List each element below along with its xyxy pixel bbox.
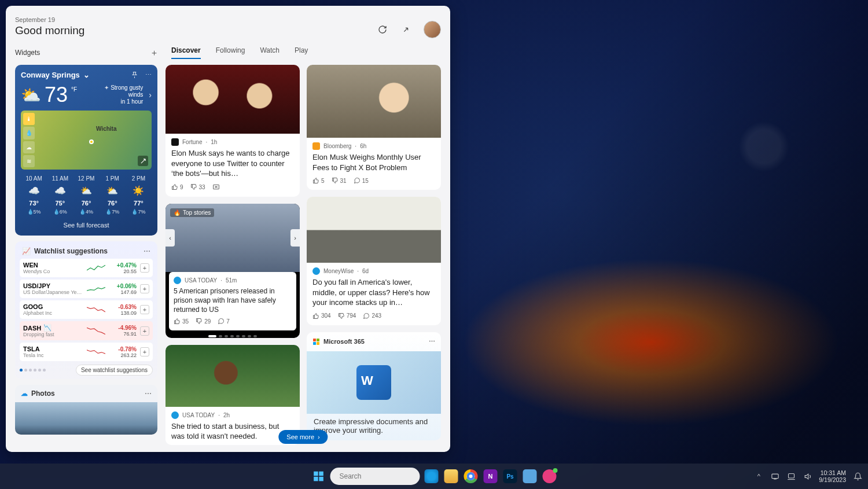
taskbar-chrome[interactable] xyxy=(463,468,479,484)
map-layer-temp-icon[interactable]: 🌡 xyxy=(23,113,35,125)
news-image xyxy=(165,345,300,407)
map-expand-icon[interactable] xyxy=(138,156,148,166)
forecast-hour[interactable]: 11 AM☁️75°💧6% xyxy=(47,175,73,215)
weather-location[interactable]: Conway Springs ⌄ xyxy=(21,71,90,79)
taskbar-photoshop[interactable]: Ps xyxy=(502,468,518,484)
feed-tabs: Discover Following Watch Play xyxy=(171,46,308,59)
stock-row[interactable]: WENWendys Co +0.47%20.55 + xyxy=(20,259,153,277)
dislike-button[interactable]: 31 xyxy=(332,177,347,184)
user-avatar[interactable] xyxy=(424,21,441,38)
m365-card[interactable]: Microsoft 365 ⋯ Create impressive docume… xyxy=(307,332,441,440)
watchlist-title: Watchlist suggestions xyxy=(34,247,108,255)
stock-row[interactable]: DASH 📉Dropping fast -4.96%76.91 + xyxy=(20,321,153,340)
pagination-dots[interactable] xyxy=(20,369,46,372)
map-layer-cloud-icon[interactable]: ☁ xyxy=(23,141,35,153)
news-card[interactable]: MoneyWise · 6d Do you fall in America's … xyxy=(307,197,441,325)
map-layer-wind-icon[interactable]: ≋ xyxy=(23,155,35,167)
photos-widget[interactable]: ☁Photos ⋯ xyxy=(15,385,157,435)
forecast-hour[interactable]: 10 AM☁️73°💧5% xyxy=(21,175,47,215)
weather-icon: ⛅ xyxy=(21,86,41,105)
see-watchlist-button[interactable]: See watchlist suggestions xyxy=(76,365,153,376)
tab-watch[interactable]: Watch xyxy=(260,46,279,59)
taskbar-notepad[interactable] xyxy=(522,468,538,484)
top-stories-card[interactable]: 🔥Top stories ‹ › USA TODAY · 51m 5 Ameri… xyxy=(165,204,300,338)
tab-following[interactable]: Following xyxy=(216,46,245,59)
taskbar-wamp[interactable] xyxy=(542,468,558,484)
tray-notifications-icon[interactable] xyxy=(853,472,862,481)
dislike-button[interactable]: 29 xyxy=(196,318,211,325)
next-story-button[interactable]: › xyxy=(290,229,300,247)
more-icon[interactable]: ⋯ xyxy=(145,389,152,398)
alert-icon: 📉 xyxy=(43,324,52,332)
see-more-button[interactable]: See more› xyxy=(278,430,328,444)
tab-play[interactable]: Play xyxy=(295,46,308,59)
like-button[interactable]: 9 xyxy=(171,183,183,190)
stock-row[interactable]: USD/JPYUS Dollar/Japanese Yen FX … +0.06… xyxy=(20,280,153,298)
comments-button[interactable]: 243 xyxy=(363,312,381,319)
onedrive-icon: ☁ xyxy=(21,389,28,398)
refresh-icon[interactable] xyxy=(377,24,388,35)
prev-story-button[interactable]: ‹ xyxy=(165,229,175,247)
add-stock-button[interactable]: + xyxy=(140,305,149,314)
taskbar-file-explorer[interactable] xyxy=(443,468,459,484)
more-icon[interactable]: ⋯ xyxy=(145,71,152,79)
add-stock-button[interactable]: + xyxy=(140,326,149,336)
forecast-hour[interactable]: 12 PM⛅76°💧4% xyxy=(73,175,99,215)
chevron-down-icon: ⌄ xyxy=(83,71,90,79)
map-layer-precip-icon[interactable]: 💧 xyxy=(23,127,35,139)
widgets-panel: September 19 Good morning Widgets ＋ Disc… xyxy=(6,6,450,452)
expand-icon[interactable] xyxy=(400,24,411,35)
svg-rect-4 xyxy=(317,342,319,345)
tab-discover[interactable]: Discover xyxy=(171,46,201,59)
start-button[interactable] xyxy=(311,468,327,484)
news-card[interactable]: Fortune · 1h Elon Musk says he wants to … xyxy=(165,65,300,197)
dislike-button[interactable]: 794 xyxy=(338,312,356,319)
comments-button[interactable]: 7 xyxy=(218,318,230,325)
taskbar-bing[interactable] xyxy=(424,468,440,484)
pin-icon[interactable] xyxy=(131,71,138,79)
search-input[interactable] xyxy=(340,472,426,480)
forecast-hour[interactable]: 2 PM☀️77°💧7% xyxy=(126,175,152,215)
more-icon[interactable]: ⋯ xyxy=(429,338,435,345)
svg-rect-7 xyxy=(314,477,318,481)
map-city-label: Wichita xyxy=(96,126,116,132)
weather-map[interactable]: 🌡 💧 ☁ ≋ Wichita xyxy=(21,111,152,170)
add-stock-button[interactable]: + xyxy=(140,284,149,293)
svg-rect-1 xyxy=(313,339,316,341)
news-headline: Do you fall in America's lower, middle, … xyxy=(307,276,441,311)
tray-chevron-icon[interactable]: ^ xyxy=(754,472,763,481)
like-button[interactable]: 35 xyxy=(174,318,189,325)
story-pagination[interactable] xyxy=(165,330,300,338)
dismiss-button[interactable] xyxy=(212,183,220,191)
fire-icon: 🔥 xyxy=(174,209,181,216)
news-card[interactable]: Bloomberg · 6h Elon Musk Weighs Monthly … xyxy=(307,65,441,190)
taskbar-search[interactable] xyxy=(330,468,420,485)
like-button[interactable]: 304 xyxy=(312,312,331,319)
taskbar: N Ps ^ 10:31 AM 9/19/2023 xyxy=(0,464,868,489)
svg-rect-3 xyxy=(313,342,316,345)
add-stock-button[interactable]: + xyxy=(140,263,149,273)
news-headline: Elon Musk Weighs Monthly User Fees to Fi… xyxy=(307,151,441,176)
dislike-button[interactable]: 33 xyxy=(190,183,205,190)
top-stories-badge: 🔥Top stories xyxy=(170,208,214,217)
tray-network-icon[interactable] xyxy=(786,472,796,481)
add-stock-button[interactable]: + xyxy=(140,347,149,356)
news-headline: 5 American prisoners released in prison … xyxy=(174,286,292,315)
forecast-hour[interactable]: 1 PM⛅76°💧7% xyxy=(100,175,126,215)
chevron-right-icon[interactable]: › xyxy=(149,90,152,100)
stock-row[interactable]: TSLATesla Inc -0.78%263.22 + xyxy=(20,343,153,361)
tray-language-icon[interactable] xyxy=(770,472,779,481)
stock-row[interactable]: GOOGAlphabet Inc -0.63%138.09 + xyxy=(20,300,153,319)
taskbar-clock[interactable]: 10:31 AM 9/19/2023 xyxy=(819,469,846,483)
see-full-forecast-link[interactable]: See full forecast xyxy=(21,222,152,229)
more-icon[interactable]: ⋯ xyxy=(144,247,150,255)
sparkline-icon xyxy=(87,304,105,315)
weather-widget[interactable]: Conway Springs ⌄ ⋯ ⛅ 73 °F ✦ St xyxy=(15,65,157,236)
taskbar-onenote[interactable]: N xyxy=(483,468,499,484)
sparkline-icon xyxy=(87,325,105,337)
add-widget-button[interactable]: ＋ xyxy=(150,47,159,58)
comments-button[interactable]: 15 xyxy=(354,177,369,184)
like-button[interactable]: 5 xyxy=(312,177,325,184)
news-card[interactable]: USA TODAY · 2h She tried to start a busi… xyxy=(165,345,300,445)
tray-volume-icon[interactable] xyxy=(803,472,812,481)
